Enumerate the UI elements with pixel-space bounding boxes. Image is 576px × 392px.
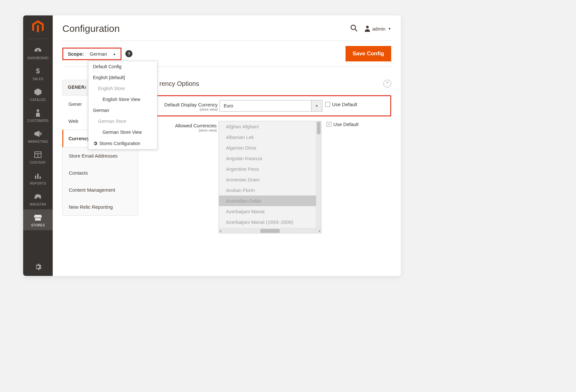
vertical-scrollbar[interactable] bbox=[316, 121, 321, 228]
scope-option[interactable]: German bbox=[88, 105, 157, 116]
use-default-checkbox-display[interactable] bbox=[325, 102, 330, 107]
field-label: Allowed Currencies bbox=[148, 123, 217, 128]
nav-content[interactable]: CONTENT bbox=[23, 147, 53, 168]
nav-label: STORES bbox=[31, 223, 45, 227]
search-icon[interactable] bbox=[350, 24, 357, 33]
svg-point-0 bbox=[37, 109, 39, 112]
user-menu[interactable]: admin ▼ bbox=[364, 25, 391, 32]
nav-label: MAGEFAN bbox=[30, 203, 46, 206]
gauge-icon bbox=[34, 46, 42, 54]
bars-icon bbox=[34, 171, 41, 180]
gear-icon bbox=[34, 263, 42, 271]
user-icon bbox=[364, 25, 370, 32]
scope-option[interactable]: Default Config bbox=[88, 61, 157, 72]
nav-reports[interactable]: REPORTS bbox=[23, 168, 53, 188]
stores-config-label: Stores Configuration bbox=[99, 141, 140, 146]
megaphone-icon bbox=[34, 130, 42, 138]
nav-label: DASHBOARD bbox=[27, 56, 49, 60]
select-value: Euro bbox=[220, 103, 311, 108]
svg-point-7 bbox=[351, 25, 356, 30]
nav-label: SALES bbox=[32, 77, 43, 81]
field-label: Default Display Currency bbox=[149, 102, 218, 107]
chevron-up-icon: ▲ bbox=[113, 52, 116, 56]
panel-header: rency Options ⌃ bbox=[148, 80, 391, 87]
nav-label: CUSTOMERS bbox=[27, 119, 49, 123]
page-title: Configuration bbox=[62, 23, 120, 34]
scope-option[interactable]: German Store View bbox=[88, 127, 157, 138]
main-content: Configuration admin ▼ Scope: German ▲ bbox=[53, 15, 401, 276]
gear-icon bbox=[93, 141, 97, 146]
collapse-toggle[interactable]: ⌃ bbox=[383, 80, 391, 87]
svg-point-9 bbox=[366, 26, 369, 28]
section-group-label: GENERAL bbox=[68, 85, 86, 90]
svg-rect-6 bbox=[40, 177, 41, 179]
scope-stores-config[interactable]: Stores Configuration bbox=[88, 138, 157, 149]
scope-dropdown: Default Config English [default] English… bbox=[88, 61, 158, 150]
config-panel: rency Options ⌃ Default Display Currency… bbox=[138, 80, 391, 237]
list-item[interactable]: Albanian Lek bbox=[219, 132, 316, 142]
scope-label: Scope: bbox=[68, 51, 84, 57]
magento-logo[interactable] bbox=[30, 19, 46, 35]
default-display-currency-select[interactable]: Euro ▼ bbox=[220, 100, 322, 112]
user-label: admin bbox=[372, 26, 385, 32]
scope-bar: Scope: German ▲ ? Save Config Default Co… bbox=[62, 41, 391, 67]
section-item-new-relic[interactable]: New Relic Reporting bbox=[63, 198, 138, 215]
sidebar-divider bbox=[28, 39, 48, 39]
nav-dashboard[interactable]: DASHBOARD bbox=[23, 42, 53, 63]
section-item-content-mgmt[interactable]: Content Management bbox=[63, 181, 138, 198]
header-actions: admin ▼ bbox=[350, 24, 391, 33]
chevron-down-icon: ▼ bbox=[388, 27, 391, 31]
person-icon bbox=[35, 109, 40, 117]
scope-control-group: Scope: German ▲ ? bbox=[62, 48, 132, 60]
scope-option-disabled: English Store bbox=[88, 83, 157, 94]
svg-line-8 bbox=[355, 29, 357, 31]
nav-magefan[interactable]: MAGEFAN bbox=[23, 188, 53, 209]
nav-label: MARKETING bbox=[28, 140, 48, 143]
nav-label: CATALOG bbox=[30, 98, 46, 102]
svg-rect-4 bbox=[35, 176, 36, 179]
nav-system[interactable] bbox=[23, 260, 53, 274]
nav-label: CONTENT bbox=[30, 161, 46, 164]
section-item-store-email[interactable]: Store Email Addresses bbox=[63, 147, 138, 164]
list-item[interactable]: Argentine Peso bbox=[219, 164, 316, 174]
list-item[interactable]: Australian Dollar bbox=[219, 196, 316, 206]
svg-rect-5 bbox=[37, 174, 39, 179]
section-item-contacts[interactable]: Contacts bbox=[63, 164, 138, 181]
list-item[interactable]: Armenian Dram bbox=[219, 174, 316, 185]
list-item[interactable]: Azerbaijani Manat bbox=[219, 206, 316, 217]
nav-sales[interactable]: $ SALES bbox=[23, 63, 53, 84]
layout-icon bbox=[34, 150, 41, 159]
field-allowed-currencies: Allowed Currencies [store view] Afghan A… bbox=[148, 121, 391, 233]
scope-option[interactable]: English [default] bbox=[88, 72, 157, 83]
app-window: DASHBOARD $ SALES CATALOG CUSTOMERS MARK… bbox=[23, 15, 401, 276]
nav-marketing[interactable]: MARKETING bbox=[23, 126, 53, 147]
list-item[interactable]: Afghan Afghani bbox=[219, 121, 316, 132]
nav-customers[interactable]: CUSTOMERS bbox=[23, 105, 53, 126]
box-icon bbox=[34, 88, 42, 96]
chevron-up-icon: ⌃ bbox=[386, 81, 389, 86]
nav-label: REPORTS bbox=[30, 182, 46, 185]
use-default-checkbox-allowed[interactable]: ✓ bbox=[327, 122, 331, 127]
list-item[interactable]: Algerian Dinar bbox=[219, 142, 316, 153]
field-scope: [store view] bbox=[148, 128, 217, 132]
list-item[interactable]: Aruban Florin bbox=[219, 185, 316, 196]
allowed-currencies-multiselect[interactable]: Afghan Afghani Albanian Lek Algerian Din… bbox=[219, 121, 321, 233]
help-icon[interactable]: ? bbox=[125, 50, 132, 57]
save-config-button[interactable]: Save Config bbox=[346, 46, 391, 61]
field-scope: [store view] bbox=[149, 107, 218, 111]
elephant-icon bbox=[34, 192, 42, 201]
list-item[interactable]: Azerbaijani Manat (1993–2006) bbox=[219, 217, 316, 227]
page-header: Configuration admin ▼ bbox=[62, 15, 391, 41]
use-default-label: Use Default bbox=[332, 102, 357, 107]
use-default-label: Use Default bbox=[333, 122, 358, 127]
nav-stores[interactable]: STORES bbox=[23, 209, 53, 230]
horizontal-scrollbar[interactable]: ◂▸ bbox=[219, 228, 321, 233]
admin-sidebar: DASHBOARD $ SALES CATALOG CUSTOMERS MARK… bbox=[23, 15, 53, 276]
storefront-icon bbox=[34, 213, 42, 222]
scope-value: German bbox=[90, 51, 107, 57]
nav-catalog[interactable]: CATALOG bbox=[23, 84, 53, 105]
scope-option[interactable]: English Store View bbox=[88, 94, 157, 105]
list-item[interactable]: Angolan Kwanza bbox=[219, 153, 316, 164]
dollar-icon: $ bbox=[36, 67, 40, 75]
scope-selector[interactable]: Scope: German ▲ bbox=[62, 48, 122, 60]
